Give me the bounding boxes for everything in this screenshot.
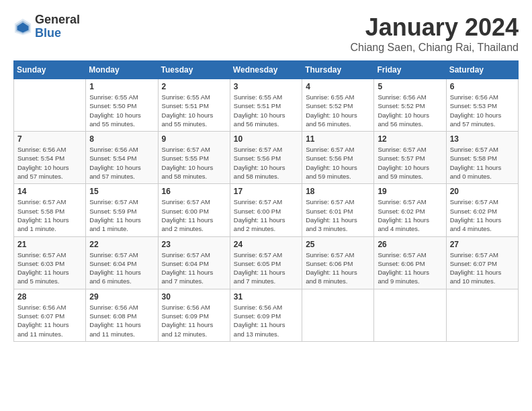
day-info: Sunrise: 6:57 AM Sunset: 6:07 PM Dayligh…	[450, 250, 515, 286]
month-title: January 2024	[350, 13, 519, 42]
day-info: Sunrise: 6:57 AM Sunset: 5:58 PM Dayligh…	[450, 145, 515, 181]
logo: General Blue	[13, 13, 80, 40]
calendar-cell: 15Sunrise: 6:57 AM Sunset: 5:59 PM Dayli…	[86, 184, 158, 236]
day-info: Sunrise: 6:57 AM Sunset: 5:56 PM Dayligh…	[306, 145, 370, 181]
day-info: Sunrise: 6:57 AM Sunset: 5:58 PM Dayligh…	[17, 197, 82, 233]
logo-general: General	[35, 13, 80, 26]
day-number: 29	[89, 292, 154, 302]
weekday-header-monday: Monday	[86, 61, 158, 79]
day-number: 4	[306, 82, 370, 91]
day-number: 31	[234, 292, 298, 302]
day-number: 2	[162, 82, 226, 91]
weekday-header-thursday: Thursday	[302, 61, 374, 79]
calendar-cell: 1Sunrise: 6:55 AM Sunset: 5:50 PM Daylig…	[86, 79, 158, 132]
logo-text: General Blue	[35, 13, 80, 40]
calendar-cell: 16Sunrise: 6:57 AM Sunset: 6:00 PM Dayli…	[158, 184, 230, 236]
day-number: 26	[378, 240, 442, 249]
day-info: Sunrise: 6:57 AM Sunset: 6:04 PM Dayligh…	[89, 250, 154, 286]
day-info: Sunrise: 6:57 AM Sunset: 5:59 PM Dayligh…	[89, 197, 154, 233]
day-number: 14	[17, 187, 82, 196]
calendar-cell: 18Sunrise: 6:57 AM Sunset: 6:01 PM Dayli…	[302, 184, 374, 236]
calendar-week-row: 14Sunrise: 6:57 AM Sunset: 5:58 PM Dayli…	[14, 184, 519, 236]
day-info: Sunrise: 6:55 AM Sunset: 5:50 PM Dayligh…	[89, 93, 154, 128]
day-number: 9	[162, 134, 226, 144]
day-info: Sunrise: 6:57 AM Sunset: 6:03 PM Dayligh…	[17, 250, 82, 286]
calendar-header-row: SundayMondayTuesdayWednesdayThursdayFrid…	[14, 61, 519, 79]
calendar-week-row: 21Sunrise: 6:57 AM Sunset: 6:03 PM Dayli…	[14, 236, 519, 289]
day-number: 30	[162, 292, 226, 302]
calendar-cell: 26Sunrise: 6:57 AM Sunset: 6:06 PM Dayli…	[374, 236, 446, 289]
day-info: Sunrise: 6:56 AM Sunset: 6:09 PM Dayligh…	[162, 303, 226, 338]
day-number: 27	[450, 240, 515, 249]
calendar-cell: 6Sunrise: 6:56 AM Sunset: 5:53 PM Daylig…	[446, 79, 518, 132]
day-number: 21	[17, 240, 82, 249]
day-number: 3	[234, 82, 298, 91]
day-info: Sunrise: 6:56 AM Sunset: 6:09 PM Dayligh…	[234, 303, 298, 338]
calendar-cell: 3Sunrise: 6:55 AM Sunset: 5:51 PM Daylig…	[230, 79, 302, 132]
weekday-header-sunday: Sunday	[14, 61, 86, 79]
day-info: Sunrise: 6:56 AM Sunset: 5:54 PM Dayligh…	[17, 145, 82, 181]
calendar-cell: 22Sunrise: 6:57 AM Sunset: 6:04 PM Dayli…	[86, 236, 158, 289]
calendar-cell: 17Sunrise: 6:57 AM Sunset: 6:00 PM Dayli…	[230, 184, 302, 236]
day-info: Sunrise: 6:57 AM Sunset: 6:00 PM Dayligh…	[162, 197, 226, 233]
calendar-cell	[302, 289, 374, 341]
calendar-cell: 29Sunrise: 6:56 AM Sunset: 6:08 PM Dayli…	[86, 289, 158, 341]
day-info: Sunrise: 6:57 AM Sunset: 6:02 PM Dayligh…	[378, 197, 442, 233]
calendar-cell: 28Sunrise: 6:56 AM Sunset: 6:07 PM Dayli…	[14, 289, 86, 341]
day-number: 11	[306, 134, 370, 144]
day-number: 22	[89, 240, 154, 249]
day-info: Sunrise: 6:56 AM Sunset: 5:52 PM Dayligh…	[378, 93, 442, 128]
calendar-cell: 24Sunrise: 6:57 AM Sunset: 6:05 PM Dayli…	[230, 236, 302, 289]
day-number: 10	[234, 134, 298, 144]
day-number: 1	[89, 82, 154, 91]
day-number: 8	[89, 134, 154, 144]
calendar-cell: 31Sunrise: 6:56 AM Sunset: 6:09 PM Dayli…	[230, 289, 302, 341]
day-info: Sunrise: 6:55 AM Sunset: 5:51 PM Dayligh…	[162, 93, 226, 128]
day-info: Sunrise: 6:56 AM Sunset: 5:54 PM Dayligh…	[89, 145, 154, 181]
calendar-cell: 2Sunrise: 6:55 AM Sunset: 5:51 PM Daylig…	[158, 79, 230, 132]
calendar-cell: 7Sunrise: 6:56 AM Sunset: 5:54 PM Daylig…	[14, 132, 86, 184]
calendar-cell: 12Sunrise: 6:57 AM Sunset: 5:57 PM Dayli…	[374, 132, 446, 184]
day-number: 16	[162, 187, 226, 196]
day-info: Sunrise: 6:57 AM Sunset: 6:00 PM Dayligh…	[234, 197, 298, 233]
calendar-cell: 20Sunrise: 6:57 AM Sunset: 6:02 PM Dayli…	[446, 184, 518, 236]
day-info: Sunrise: 6:56 AM Sunset: 5:53 PM Dayligh…	[450, 93, 515, 128]
day-number: 23	[162, 240, 226, 249]
weekday-header-saturday: Saturday	[446, 61, 518, 79]
day-info: Sunrise: 6:57 AM Sunset: 6:02 PM Dayligh…	[450, 197, 515, 233]
calendar-table: SundayMondayTuesdayWednesdayThursdayFrid…	[13, 60, 519, 342]
calendar-cell: 13Sunrise: 6:57 AM Sunset: 5:58 PM Dayli…	[446, 132, 518, 184]
day-number: 28	[17, 292, 82, 302]
weekday-header-friday: Friday	[374, 61, 446, 79]
day-number: 19	[378, 187, 442, 196]
day-number: 6	[450, 82, 515, 91]
calendar-week-row: 28Sunrise: 6:56 AM Sunset: 6:07 PM Dayli…	[14, 289, 519, 341]
weekday-header-wednesday: Wednesday	[230, 61, 302, 79]
calendar-cell: 5Sunrise: 6:56 AM Sunset: 5:52 PM Daylig…	[374, 79, 446, 132]
day-info: Sunrise: 6:57 AM Sunset: 6:05 PM Dayligh…	[234, 250, 298, 286]
calendar-cell	[14, 79, 86, 132]
calendar-cell: 9Sunrise: 6:57 AM Sunset: 5:55 PM Daylig…	[158, 132, 230, 184]
day-info: Sunrise: 6:57 AM Sunset: 5:57 PM Dayligh…	[378, 145, 442, 181]
calendar-cell	[374, 289, 446, 341]
calendar-cell: 10Sunrise: 6:57 AM Sunset: 5:56 PM Dayli…	[230, 132, 302, 184]
day-info: Sunrise: 6:57 AM Sunset: 6:01 PM Dayligh…	[306, 197, 370, 233]
calendar-cell: 27Sunrise: 6:57 AM Sunset: 6:07 PM Dayli…	[446, 236, 518, 289]
day-info: Sunrise: 6:56 AM Sunset: 6:07 PM Dayligh…	[17, 303, 82, 338]
day-number: 15	[89, 187, 154, 196]
day-number: 7	[17, 134, 82, 144]
day-info: Sunrise: 6:57 AM Sunset: 5:56 PM Dayligh…	[234, 145, 298, 181]
day-number: 18	[306, 187, 370, 196]
calendar-cell: 21Sunrise: 6:57 AM Sunset: 6:03 PM Dayli…	[14, 236, 86, 289]
calendar-body: 1Sunrise: 6:55 AM Sunset: 5:50 PM Daylig…	[14, 79, 519, 342]
day-number: 20	[450, 187, 515, 196]
calendar-cell: 8Sunrise: 6:56 AM Sunset: 5:54 PM Daylig…	[86, 132, 158, 184]
calendar-cell: 30Sunrise: 6:56 AM Sunset: 6:09 PM Dayli…	[158, 289, 230, 341]
logo-blue: Blue	[35, 26, 61, 40]
logo-icon	[13, 17, 32, 36]
day-info: Sunrise: 6:55 AM Sunset: 5:51 PM Dayligh…	[234, 93, 298, 128]
calendar-cell: 23Sunrise: 6:57 AM Sunset: 6:04 PM Dayli…	[158, 236, 230, 289]
day-info: Sunrise: 6:57 AM Sunset: 6:06 PM Dayligh…	[378, 250, 442, 286]
day-info: Sunrise: 6:56 AM Sunset: 6:08 PM Dayligh…	[89, 303, 154, 338]
day-number: 13	[450, 134, 515, 144]
